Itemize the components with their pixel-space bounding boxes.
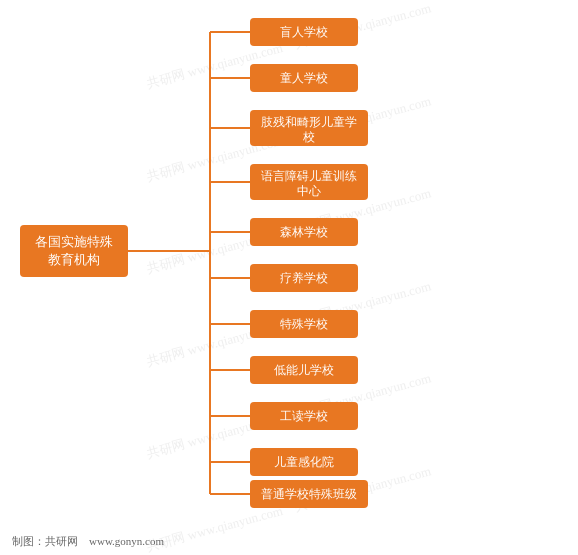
svg-text:特殊学校: 特殊学校 <box>280 317 328 331</box>
footer-label: 制图：共研网 <box>12 535 78 547</box>
footer: 制图：共研网 www.gonyn.com <box>12 534 164 549</box>
svg-rect-0 <box>20 225 128 277</box>
svg-text:儿童感化院: 儿童感化院 <box>274 455 334 469</box>
svg-text:森林学校: 森林学校 <box>280 225 328 239</box>
svg-text:肢残和畸形儿童学: 肢残和畸形儿童学 <box>261 115 357 129</box>
svg-text:盲人学校: 盲人学校 <box>280 25 328 39</box>
chart-container: 共研网 www.qianyun.com 共研网 www.qianyun.com … <box>0 0 578 555</box>
root-label: 各国实施特殊 <box>35 234 113 249</box>
svg-text:工读学校: 工读学校 <box>280 409 328 423</box>
svg-text:疗养学校: 疗养学校 <box>280 271 328 285</box>
svg-text:教育机构: 教育机构 <box>48 252 100 267</box>
svg-text:童人学校: 童人学校 <box>280 71 328 85</box>
svg-text:语言障碍儿童训练: 语言障碍儿童训练 <box>261 169 357 183</box>
tree-diagram: 各国实施特殊 教育机构 盲人学校 童人学校 肢残和畸形儿童学 校 语言障碍儿童训… <box>10 10 568 525</box>
svg-text:普通学校特殊班级: 普通学校特殊班级 <box>261 487 357 501</box>
svg-text:中心: 中心 <box>297 184 321 198</box>
footer-url: www.gonyn.com <box>89 535 164 547</box>
svg-text:低能儿学校: 低能儿学校 <box>274 363 334 377</box>
svg-text:校: 校 <box>302 130 315 144</box>
